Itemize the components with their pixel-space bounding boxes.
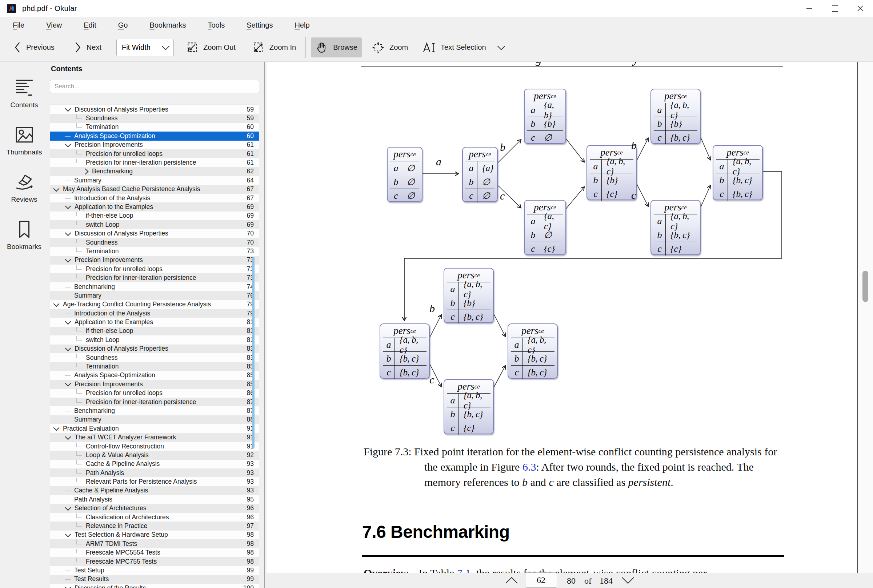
toc-item[interactable]: if-then-else Loop69 [50, 212, 259, 220]
menu-help[interactable]: Help [289, 21, 315, 29]
collapse-arrow-icon[interactable] [65, 203, 71, 209]
toc-item[interactable]: Introduction of the Analysis79 [50, 309, 259, 318]
toc-item[interactable]: Freescale MPC5554 Tests98 [50, 548, 259, 557]
collapse-arrow-icon[interactable] [65, 345, 71, 351]
toc-item[interactable]: Precision for unrolled loops61 [50, 149, 259, 158]
browse-tool-button[interactable]: Browse [311, 38, 362, 57]
toc-item[interactable]: Discussion of Analysis Properties59 [50, 105, 259, 114]
toc-item[interactable]: Application to the Examples69 [50, 202, 259, 211]
toc-item[interactable]: Path Analysis95 [50, 495, 259, 504]
toc-item[interactable]: Control-flow Reconstruction91 [50, 442, 259, 451]
sidebar-tab-thumbnails[interactable]: Thumbnails [0, 125, 48, 156]
minimize-button[interactable] [796, 0, 822, 17]
toc-item[interactable]: Precision Improvements85 [50, 380, 259, 388]
zoom-out-button[interactable]: Zoom Out [182, 38, 240, 57]
text-selection-tool-button[interactable]: Text Selection [418, 38, 490, 57]
toc-item[interactable]: Precision for inner-iteration persistenc… [50, 273, 259, 282]
toc-item[interactable]: May Analysis Based Cache Persistence Ana… [50, 185, 259, 194]
collapse-arrow-icon[interactable] [53, 185, 60, 192]
collapse-arrow-icon[interactable] [65, 106, 71, 112]
toc-item[interactable]: Discussion of the Results100 [50, 584, 259, 588]
document-scrollbar[interactable] [857, 62, 873, 573]
sidebar-tab-contents[interactable]: Contents [0, 78, 48, 109]
sidebar-tab-reviews[interactable]: Reviews [0, 172, 48, 204]
toc-item[interactable]: Benchmarking87 [50, 406, 259, 415]
zoom-tool-button[interactable]: Zoom [368, 38, 412, 57]
toc-item[interactable]: Soundness83 [50, 353, 259, 362]
toc-item[interactable]: Summary88 [50, 416, 259, 424]
toc-item[interactable]: Practical Evaluation91 [50, 424, 259, 433]
toc-item[interactable]: Test Results99 [50, 575, 259, 584]
menu-file[interactable]: File [7, 21, 30, 29]
toc-item[interactable]: Test Selection & Hardware Setup98 [50, 531, 259, 539]
toc-item[interactable]: Precision for unrolled loops86 [50, 389, 259, 398]
collapse-arrow-icon[interactable] [65, 318, 71, 324]
page-up-button[interactable] [505, 576, 518, 586]
collapse-arrow-icon[interactable] [65, 381, 71, 387]
collapse-arrow-icon[interactable] [65, 230, 71, 236]
toc-item[interactable]: Termination73 [50, 247, 259, 255]
expand-arrow-icon[interactable] [83, 168, 89, 174]
toc-item[interactable]: Freescale MPC755 Tests98 [50, 557, 259, 566]
toc-item[interactable]: Path Analysis93 [50, 468, 259, 477]
zoom-in-button[interactable]: Zoom In [248, 38, 301, 57]
toc-item[interactable]: Benchmarking62 [50, 167, 259, 176]
previous-page-button[interactable]: Previous [9, 38, 59, 57]
next-page-button[interactable]: Next [70, 38, 106, 57]
toc-item[interactable]: Loop & Value Analysis92 [50, 451, 259, 459]
toc-item[interactable]: switch Loop81 [50, 335, 259, 344]
document-scrollbar-thumb[interactable] [862, 271, 868, 302]
toc-item[interactable]: Cache & Pipeline Analysis93 [50, 460, 259, 468]
toc-item[interactable]: Soundness59 [50, 114, 259, 123]
page-down-button[interactable] [621, 576, 635, 586]
menu-go[interactable]: Go [113, 21, 134, 29]
toc-item[interactable]: Test Setup99 [50, 566, 259, 574]
collapse-arrow-icon[interactable] [65, 504, 71, 511]
menu-edit[interactable]: Edit [78, 21, 101, 29]
toc-item[interactable]: Analysis Space-Optimization60 [50, 132, 259, 140]
toc-item[interactable]: Precision Improvements61 [50, 141, 259, 149]
toc-item[interactable]: Discussion of Analysis Properties70 [50, 229, 259, 238]
toc-scrollbar-thumb[interactable] [252, 257, 254, 448]
close-button[interactable] [847, 0, 873, 17]
toc-item[interactable]: Cache & Pipeline Analysis93 [50, 486, 259, 495]
toc-item[interactable]: Precision for unrolled loops73 [50, 265, 259, 273]
toc-item[interactable]: Summary64 [50, 176, 259, 184]
collapse-arrow-icon[interactable] [65, 434, 71, 440]
figure-6-3-link[interactable]: 6.3 [523, 461, 536, 473]
zoom-mode-combobox[interactable]: Fit Width [116, 39, 174, 56]
menu-view[interactable]: View [41, 21, 67, 29]
collapse-arrow-icon[interactable] [65, 256, 71, 262]
toc-item[interactable]: Application to the Examples81 [50, 318, 259, 326]
collapse-arrow-icon[interactable] [65, 531, 71, 537]
menu-bookmarks[interactable]: Bookmarks [144, 21, 191, 29]
menu-tools[interactable]: Tools [202, 21, 230, 29]
toc-item[interactable]: switch Loop69 [50, 220, 259, 229]
toc-item[interactable]: Benchmarking74 [50, 282, 259, 291]
toc-search-input[interactable] [50, 80, 259, 93]
collapse-arrow-icon[interactable] [53, 300, 60, 307]
toc-item[interactable]: Relevance in Practice97 [50, 522, 259, 530]
collapse-arrow-icon[interactable] [53, 425, 60, 431]
toc-item[interactable]: Introduction of the Analysis67 [50, 194, 259, 202]
toc-item[interactable]: Termination60 [50, 123, 259, 132]
toc-item[interactable]: Precision Improvements73 [50, 256, 259, 265]
maximize-button[interactable] [822, 0, 847, 17]
toc-item[interactable]: Selection of Architectures96 [50, 504, 259, 513]
toc-item[interactable]: The aiT WCET Analyzer Framework91 [50, 433, 259, 441]
toc-item[interactable]: Precision for inner-iteration persistenc… [50, 398, 259, 406]
toc-item[interactable]: Classification of Architectures96 [50, 513, 259, 522]
toc-item[interactable]: Age-Tracking Conflict Counting Persisten… [50, 300, 259, 309]
sidebar-tab-bookmarks[interactable]: Bookmarks [0, 219, 48, 251]
sidebar-splitter[interactable] [264, 62, 265, 588]
toc-item[interactable]: Soundness70 [50, 238, 259, 247]
toc-item[interactable]: Analysis Space-Optimization85 [50, 371, 259, 380]
toc-item[interactable]: Precision for inner-iteration persistenc… [50, 158, 259, 167]
toc-item[interactable]: ARM7 TDMI Tests98 [50, 539, 259, 548]
toc-item[interactable]: Summary76 [50, 291, 259, 300]
collapse-arrow-icon[interactable] [65, 584, 71, 588]
menu-settings[interactable]: Settings [241, 21, 278, 29]
toc-item[interactable]: if-then-else Loop81 [50, 327, 259, 335]
toc-item[interactable]: Termination85 [50, 362, 259, 370]
tool-dropdown-button[interactable] [499, 46, 504, 49]
